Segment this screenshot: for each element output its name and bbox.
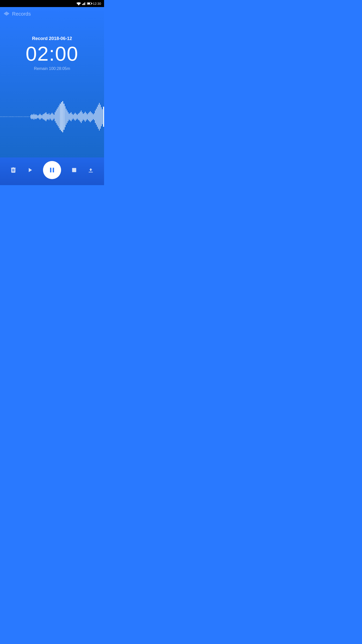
svg-rect-75 (91, 112, 92, 121)
remain-text: Remain 100:28:05m (34, 66, 70, 71)
svg-rect-12 (7, 12, 8, 15)
timer-display: 02:00 (26, 44, 78, 64)
svg-rect-87 (103, 107, 104, 127)
svg-rect-21 (36, 114, 36, 119)
svg-rect-40 (55, 112, 55, 121)
svg-rect-60 (76, 114, 76, 120)
svg-rect-30 (45, 113, 45, 120)
svg-rect-48 (64, 104, 64, 130)
delete-button[interactable] (10, 167, 17, 174)
svg-rect-25 (40, 114, 40, 120)
svg-rect-6 (84, 3, 85, 5)
svg-rect-41 (56, 110, 56, 123)
svg-rect-45 (60, 104, 61, 130)
svg-rect-10 (6, 12, 6, 15)
svg-rect-64 (80, 112, 80, 122)
svg-rect-56 (72, 114, 72, 120)
svg-rect-26 (41, 115, 41, 119)
svg-rect-53 (69, 114, 69, 120)
svg-rect-83 (99, 103, 100, 131)
svg-rect-79 (95, 110, 96, 123)
svg-rect-29 (44, 114, 44, 120)
svg-rect-85 (101, 107, 102, 126)
waveform-visualization (0, 97, 104, 137)
svg-rect-67 (83, 114, 83, 120)
svg-rect-18 (33, 115, 33, 119)
svg-rect-4 (82, 4, 83, 5)
status-icons: 12:30 (76, 2, 101, 6)
status-time: 12:30 (93, 2, 101, 6)
svg-rect-13 (8, 13, 8, 15)
svg-rect-62 (78, 114, 78, 120)
waveform-container (0, 76, 104, 157)
svg-rect-52 (68, 112, 68, 121)
svg-rect-89 (72, 168, 76, 172)
svg-rect-46 (61, 102, 62, 131)
svg-rect-73 (89, 112, 89, 121)
svg-rect-24 (39, 115, 39, 119)
svg-rect-76 (92, 113, 93, 120)
svg-rect-38 (53, 114, 53, 120)
svg-rect-22 (37, 115, 37, 118)
svg-rect-47 (62, 101, 63, 132)
save-button[interactable] (87, 167, 94, 174)
center-info: Record 2018-06-12 02:00 Remain 100:28:05… (0, 36, 104, 71)
svg-rect-65 (81, 110, 81, 123)
svg-rect-32 (47, 114, 47, 120)
svg-rect-54 (70, 113, 70, 120)
play-button[interactable] (26, 167, 33, 174)
svg-rect-27 (42, 115, 42, 118)
svg-rect-74 (90, 111, 90, 122)
svg-rect-50 (66, 109, 66, 125)
svg-rect-86 (102, 109, 103, 124)
svg-rect-51 (67, 110, 67, 123)
svg-rect-69 (85, 112, 85, 122)
battery-icon (87, 2, 92, 5)
svg-rect-23 (38, 115, 38, 118)
svg-rect-80 (96, 109, 97, 125)
svg-rect-72 (88, 113, 88, 120)
svg-rect-61 (77, 115, 77, 119)
svg-rect-14 (9, 13, 9, 14)
record-title: Record 2018-06-12 (32, 36, 72, 41)
svg-rect-28 (43, 114, 43, 119)
svg-rect-31 (46, 112, 46, 121)
top-bar: Records (0, 7, 104, 21)
svg-rect-19 (34, 114, 34, 120)
svg-rect-71 (87, 114, 87, 119)
svg-rect-11 (6, 12, 7, 16)
svg-rect-20 (35, 115, 35, 119)
svg-rect-36 (51, 114, 51, 120)
status-bar: 12:30 (0, 0, 104, 7)
svg-rect-37 (52, 113, 52, 121)
svg-rect-17 (32, 114, 32, 119)
svg-rect-78 (94, 113, 95, 120)
signal-icon (82, 2, 86, 5)
svg-rect-68 (84, 113, 84, 120)
svg-rect-70 (86, 113, 86, 120)
svg-rect-55 (71, 112, 71, 121)
svg-rect-5 (83, 3, 84, 5)
svg-rect-58 (74, 114, 74, 120)
svg-rect-57 (73, 115, 73, 119)
svg-rect-81 (97, 107, 98, 127)
svg-rect-42 (57, 109, 57, 125)
stop-button[interactable] (71, 167, 78, 174)
svg-rect-84 (100, 105, 101, 129)
svg-rect-77 (93, 114, 94, 119)
records-label: Records (12, 11, 31, 17)
svg-rect-34 (49, 113, 49, 120)
svg-rect-8 (4, 13, 5, 14)
pause-button[interactable] (43, 161, 61, 179)
svg-rect-63 (79, 113, 79, 120)
wifi-icon (76, 2, 81, 5)
bottom-controls (0, 157, 104, 185)
svg-rect-7 (85, 2, 86, 5)
svg-rect-49 (65, 106, 65, 127)
svg-rect-66 (82, 112, 82, 121)
svg-rect-9 (5, 13, 5, 15)
svg-rect-39 (54, 115, 54, 119)
svg-rect-35 (50, 115, 50, 119)
waveform-small-icon (4, 11, 10, 17)
svg-rect-16 (31, 115, 31, 118)
